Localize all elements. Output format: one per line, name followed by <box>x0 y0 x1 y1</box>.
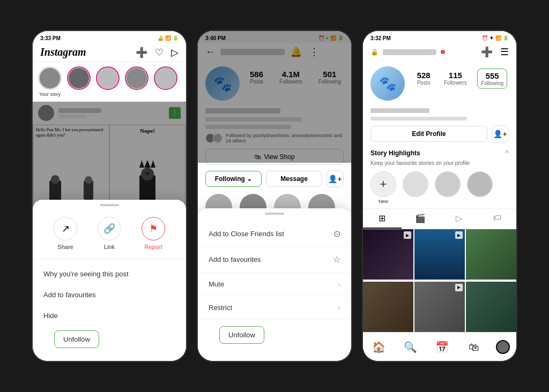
heart-icon[interactable]: ♡ <box>155 47 164 58</box>
add-icon[interactable]: ➕ <box>481 46 493 58</box>
following-dropdown-btn[interactable]: Following ⌄ <box>205 171 262 187</box>
sheet-overlay-2 <box>198 31 351 163</box>
menu-icon[interactable]: ☰ <box>500 46 509 58</box>
add-suggested-person-btn[interactable]: 👤+ <box>492 125 509 142</box>
notification-icon: 🔔 <box>158 35 164 41</box>
story-avatar-4 <box>154 66 177 90</box>
report-icon-circle: ⚑ <box>142 217 165 240</box>
add-person-icon: 👤+ <box>328 175 342 183</box>
story-2[interactable] <box>96 66 120 97</box>
tab-tagged[interactable]: 🏷 <box>478 209 517 229</box>
own-profile-left: 🔒 <box>370 48 445 56</box>
own-followers-number: 115 <box>449 71 462 80</box>
own-profile-right: ➕ ☰ <box>481 46 509 58</box>
ig-header: Instagram ➕ ♡ ▷ <box>33 43 186 62</box>
edit-profile-btn[interactable]: Edit Profile <box>370 126 487 142</box>
highlight-circle-1[interactable] <box>403 171 428 197</box>
own-following-label: Following <box>481 80 503 86</box>
nav-home[interactable]: 🏠 <box>369 337 389 357</box>
close-friends-star-icon: ⊙ <box>333 229 340 239</box>
new-highlight-item[interactable]: + New <box>370 171 396 204</box>
own-desc-bar <box>370 117 467 120</box>
link-action[interactable]: 🔗 Link <box>98 217 121 250</box>
ig-header-icons: ➕ ♡ ▷ <box>136 47 179 58</box>
notification-dot <box>441 50 445 54</box>
own-stats: 528 Posts 115 Followers 555 Following <box>412 66 509 89</box>
profile-actions-row: Following ⌄ Message 👤+ <box>198 168 351 190</box>
post-area: ⋮ Hello Past Me. I bet you procrastinate… <box>33 102 186 361</box>
tab-reels[interactable]: 🎬 <box>402 209 440 229</box>
hide-item[interactable]: Hide <box>33 305 186 326</box>
highlight-circle-2[interactable] <box>435 171 461 197</box>
sheet-handle-1 <box>100 204 119 206</box>
sh-chevron-icon: ^ <box>505 149 509 157</box>
phones-container: 3:33 PM 🔔 📶 🔋 Instagram ➕ ♡ ▷ <box>21 19 528 373</box>
following-options-sheet: Add to Close Friends list ⊙ Add to favou… <box>198 208 351 361</box>
wifi-icon-3: 📶 <box>495 35 501 41</box>
edit-profile-row: Edit Profile 👤+ <box>363 122 516 146</box>
add-person-btn[interactable]: 👤+ <box>327 170 344 187</box>
person-plus-icon: 👤+ <box>493 130 507 138</box>
link-icon-circle: 🔗 <box>98 217 121 240</box>
story-1[interactable] <box>67 66 91 97</box>
your-story-avatar <box>38 66 62 90</box>
own-posts-label: Posts <box>417 80 431 86</box>
highlight-circle-3[interactable] <box>467 171 493 197</box>
phone-2: 3:40 PM ⏰ ● 📶 🔋 ← 🔔 ⋮ <box>197 30 352 362</box>
own-posts-stat[interactable]: 528 Posts <box>414 69 434 89</box>
video-badge-1: ▶ <box>404 231 411 239</box>
link-icon: 🔗 <box>103 223 115 235</box>
your-story-item[interactable]: Your story <box>38 66 62 97</box>
add-close-friends-item[interactable]: Add to Close Friends list ⊙ <box>198 221 351 247</box>
restrict-item[interactable]: Restrict › <box>198 296 351 320</box>
photo-cell-4[interactable] <box>363 282 413 332</box>
send-icon[interactable]: ▷ <box>171 47 179 58</box>
message-btn[interactable]: Message <box>266 171 322 187</box>
bottom-nav: 🏠 🔍 📅 🛍 <box>363 333 516 361</box>
unfollow-button-2[interactable]: Unfollow <box>219 326 264 344</box>
sh-title: Story Highlights <box>370 149 420 157</box>
photo-cell-3[interactable] <box>466 229 516 280</box>
share-icon: ↗ <box>62 223 70 235</box>
share-icon-circle: ↗ <box>54 217 77 240</box>
own-stats-row: 🐾 528 Posts 115 Followers 555 Following <box>363 61 516 106</box>
nav-search[interactable]: 🔍 <box>401 337 420 357</box>
ig-logo: Instagram <box>40 46 86 58</box>
share-action[interactable]: ↗ Share <box>54 217 77 250</box>
own-profile-header: 🔒 ➕ ☰ <box>363 43 516 61</box>
story-3[interactable] <box>125 66 149 97</box>
lock-icon: 🔒 <box>370 48 379 56</box>
mute-item[interactable]: Mute › <box>198 273 351 296</box>
time-3: 3:32 PM <box>370 35 391 41</box>
why-seeing-item[interactable]: Why you're seeing this post <box>33 263 186 284</box>
restrict-chevron-icon: › <box>338 304 340 312</box>
add-favourites-label: Add to favourites <box>209 255 261 263</box>
link-label: Link <box>104 244 115 250</box>
photo-cell-1[interactable]: ▶ <box>363 229 413 280</box>
sh-subtitle: Keep your favourite stories on your prof… <box>370 160 470 166</box>
photo-grid: ▶ ▶ ▶ <box>363 229 516 333</box>
your-story-label: Your story <box>39 92 61 97</box>
unfollow-button-1[interactable]: Unfollow <box>54 330 99 348</box>
story-4[interactable] <box>154 66 177 97</box>
add-favourites-item-2[interactable]: Add to favourites ☆ <box>198 247 351 273</box>
plus-icon: + <box>380 177 387 191</box>
photo-cell-2[interactable]: ▶ <box>414 229 465 280</box>
photo-cell-5[interactable]: ▶ <box>414 282 465 332</box>
photo-cell-6[interactable] <box>466 282 516 332</box>
tab-grid[interactable]: ⊞ <box>363 209 402 229</box>
nav-reels[interactable]: 📅 <box>433 337 452 357</box>
nav-shop[interactable]: 🛍 <box>464 337 484 357</box>
report-action[interactable]: ⚑ Report <box>142 217 165 250</box>
nav-profile-avatar[interactable] <box>496 340 510 354</box>
own-following-stat[interactable]: 555 Following <box>477 69 507 89</box>
time-1: 3:33 PM <box>40 35 61 41</box>
own-followers-stat[interactable]: 115 Followers <box>441 69 470 89</box>
own-name-bar <box>370 108 429 113</box>
tab-igtv[interactable]: ▷ <box>440 209 478 229</box>
add-post-icon[interactable]: ➕ <box>136 47 147 58</box>
new-highlight-circle: + <box>370 171 396 197</box>
phone-1: 3:33 PM 🔔 📶 🔋 Instagram ➕ ♡ ▷ <box>32 30 187 362</box>
wifi-icon: 📶 <box>165 35 171 41</box>
add-favourites-item[interactable]: Add to favourites <box>33 284 186 305</box>
